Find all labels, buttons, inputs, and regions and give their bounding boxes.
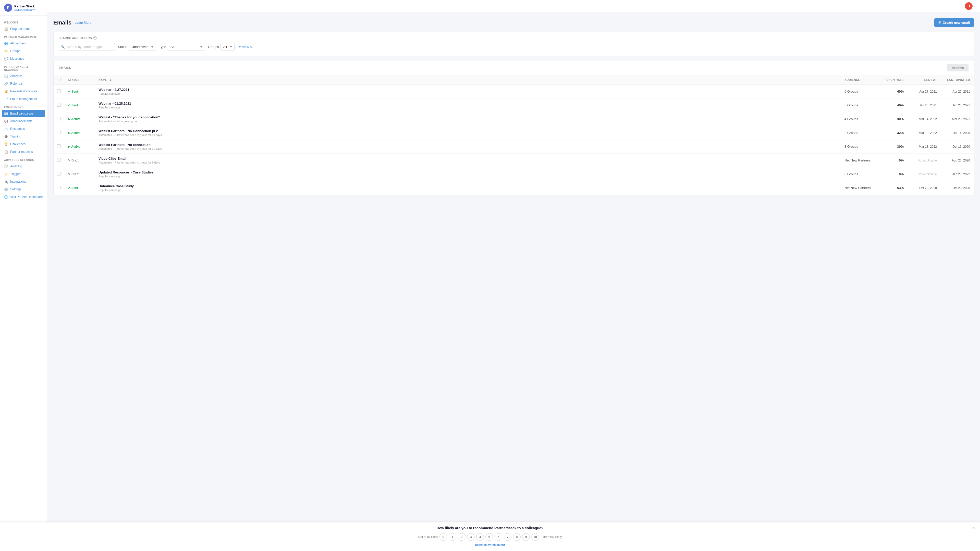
sidebar-item-integrations[interactable]: 🔌 Integrations — [0, 178, 47, 186]
powered-by-label: powered by — [475, 543, 491, 546]
nav-label-messages: Messages — [10, 57, 24, 60]
sidebar-item-audit-log[interactable]: 📝 Audit log — [0, 162, 47, 170]
table-row: ▶ Active Waitlist Partners - No Connecti… — [54, 126, 974, 140]
sidebar-item-messages[interactable]: 💬 Messages — [0, 55, 47, 62]
nps-number-button[interactable]: 0 — [439, 533, 447, 541]
th-name[interactable]: NAME ▲ — [95, 75, 841, 85]
nps-number-button[interactable]: 3 — [467, 533, 475, 541]
email-name[interactable]: Video Clips Email — [99, 157, 837, 160]
row-checkbox[interactable] — [57, 158, 61, 162]
nps-number-button[interactable]: 8 — [513, 533, 520, 541]
email-name[interactable]: Unbounce Case Study — [99, 184, 837, 188]
nps-close-button[interactable]: × — [972, 526, 975, 530]
nps-number-button[interactable]: 6 — [495, 533, 502, 541]
status-icon: ▶ — [68, 118, 70, 121]
nps-number-button[interactable]: 1 — [449, 533, 456, 541]
announcements-icon: 📢 — [4, 119, 8, 123]
status-select[interactable]: Unarchived Archived All — [129, 43, 156, 51]
sidebar-item-visit-partner-dashboard[interactable]: 🌐 Visit Partner Dashboard — [0, 193, 47, 201]
nps-number-button[interactable]: 9 — [522, 533, 530, 541]
sidebar-item-partner-requests[interactable]: 📋 Partner requests — [0, 148, 47, 156]
table-row: ▶ Active Waitlist Partners - No connecti… — [54, 140, 974, 154]
nps-not-likely-label: Not at all likely — [418, 535, 438, 539]
sent-at-value: Not applicable — [918, 172, 937, 176]
sidebar-item-groups[interactable]: 📁 Groups — [0, 47, 47, 55]
sidebar-item-challenges[interactable]: 🏆 Challenges — [0, 140, 47, 148]
sidebar-item-rewards-invoices[interactable]: 💰 Rewards & invoices — [0, 87, 47, 95]
sidebar-item-fraud-management[interactable]: 🛡 Fraud management — [0, 95, 47, 103]
user-avatar[interactable]: B — [965, 2, 973, 10]
sidebar-item-analytics[interactable]: 📊 Analytics — [0, 72, 47, 80]
table-header-row: STATUS NAME ▲ AUDIENCE OPEN RATE SENT AT… — [54, 75, 974, 85]
status-badge: ▶ Active — [68, 118, 80, 121]
email-name[interactable]: Waitlist - "Thanks for your application" — [99, 115, 837, 119]
row-checkbox[interactable] — [57, 103, 61, 106]
switch-company-link[interactable]: Switch company — [14, 8, 35, 11]
email-name[interactable]: Waitlist Partners - No Connection pt.2 — [99, 129, 837, 133]
sidebar-item-referrals[interactable]: 🔗 Referrals — [0, 80, 47, 87]
learn-more-link[interactable]: Learn More — [75, 21, 91, 24]
sidebar-item-resources[interactable]: 📄 Resources — [0, 125, 47, 133]
email-name[interactable]: Updated Resources - Case Studies — [99, 170, 837, 174]
search-input-wrap: 🔍 — [59, 43, 115, 51]
email-subtype: Automated - Partner has been in group fo… — [99, 161, 837, 164]
email-name[interactable]: Waitlist Partners - No connection — [99, 143, 837, 147]
nps-number-button[interactable]: 7 — [504, 533, 511, 541]
nav-label-audit: Audit log — [10, 165, 22, 168]
emails-table: STATUS NAME ▲ AUDIENCE OPEN RATE SENT AT… — [54, 75, 974, 195]
type-select[interactable]: All Regular campaign Automated — [168, 43, 205, 51]
audience-text: 3 Groups — [845, 144, 858, 148]
sidebar-item-settings[interactable]: ⚙️ Settings — [0, 186, 47, 193]
last-updated-value: Oct 16, 2020 — [953, 131, 970, 135]
status-badge: ✔ Sent — [68, 186, 78, 190]
search-filters-section: SEARCH AND FILTERS ? 🔍 Status Unarchived… — [53, 32, 974, 56]
row-checkbox[interactable] — [57, 172, 61, 176]
page-title-row: Emails Learn More — [53, 19, 91, 26]
nps-number-button[interactable]: 2 — [458, 533, 466, 541]
status-icon: ✎ — [68, 172, 70, 176]
archive-button[interactable]: Archive — [947, 64, 969, 71]
search-input[interactable] — [59, 43, 115, 51]
status-icon: ✔ — [68, 90, 70, 94]
table-row: ✎ Draft Updated Resources - Case Studies… — [54, 167, 974, 181]
sidebar-item-training[interactable]: 🎓 Training — [0, 133, 47, 140]
logo-avatar: P — [4, 3, 12, 12]
sidebar-item-all-partners[interactable]: 👥 All partners — [0, 40, 47, 47]
nav-label-challenges: Challenges — [10, 142, 25, 146]
row-checkbox[interactable] — [57, 186, 61, 189]
last-updated-value: Jan 28, 2022 — [953, 172, 970, 176]
sidebar-item-triggers[interactable]: ⚡ Triggers — [0, 170, 47, 178]
sent-at-value: Mar 13, 2022 — [919, 145, 937, 148]
view-all-link[interactable]: 👁 View all — [238, 45, 253, 49]
help-icon[interactable]: ? — [93, 36, 97, 40]
row-checkbox[interactable] — [57, 89, 61, 93]
sidebar-item-email-campaigns[interactable]: 📧 Email campaigns — [2, 110, 45, 118]
sidebar: P PartnerStack Switch company WELCOME 🏠 … — [0, 0, 47, 551]
nav-section-partner-mgmt: PARTNER MANAGEMENT — [0, 33, 47, 40]
nps-number-button[interactable]: 5 — [485, 533, 493, 541]
emails-tbody: ✔ Sent Webinar - 4.27.2021 Regular campa… — [54, 85, 974, 195]
row-checkbox[interactable] — [57, 144, 61, 148]
nps-number-button[interactable]: 4 — [476, 533, 484, 541]
nav-section-enablement: ENABLEMENT — [0, 103, 47, 110]
email-name[interactable]: Webinar - 4.27.2021 — [99, 88, 837, 92]
row-checkbox[interactable] — [57, 117, 61, 121]
email-name[interactable]: Webinar - 01.28.2021 — [99, 102, 837, 105]
create-email-button[interactable]: ✉ Create new email — [934, 18, 974, 27]
emails-section-header: EMAILS Archive — [54, 60, 974, 75]
open-rate-value: 30% — [897, 117, 904, 121]
select-all-checkbox[interactable] — [57, 78, 61, 81]
row-checkbox[interactable] — [57, 130, 61, 134]
sidebar-item-program-home[interactable]: 🏠 Program home — [0, 25, 47, 33]
user-menu-chevron[interactable]: ▾ — [974, 5, 975, 7]
challenges-icon: 🏆 — [4, 142, 8, 146]
nps-number-button[interactable]: 10 — [531, 533, 539, 541]
status-text: Draft — [72, 172, 79, 176]
open-rate-value: 0% — [899, 159, 904, 162]
fraud-icon: 🛡 — [4, 97, 8, 101]
status-badge: ▶ Active — [68, 131, 80, 135]
groups-select[interactable]: All — [221, 43, 234, 51]
sidebar-item-announcements[interactable]: 📢 Announcements — [0, 118, 47, 125]
search-icon: 🔍 — [61, 45, 65, 49]
search-filters-label: SEARCH AND FILTERS ? — [59, 36, 969, 40]
